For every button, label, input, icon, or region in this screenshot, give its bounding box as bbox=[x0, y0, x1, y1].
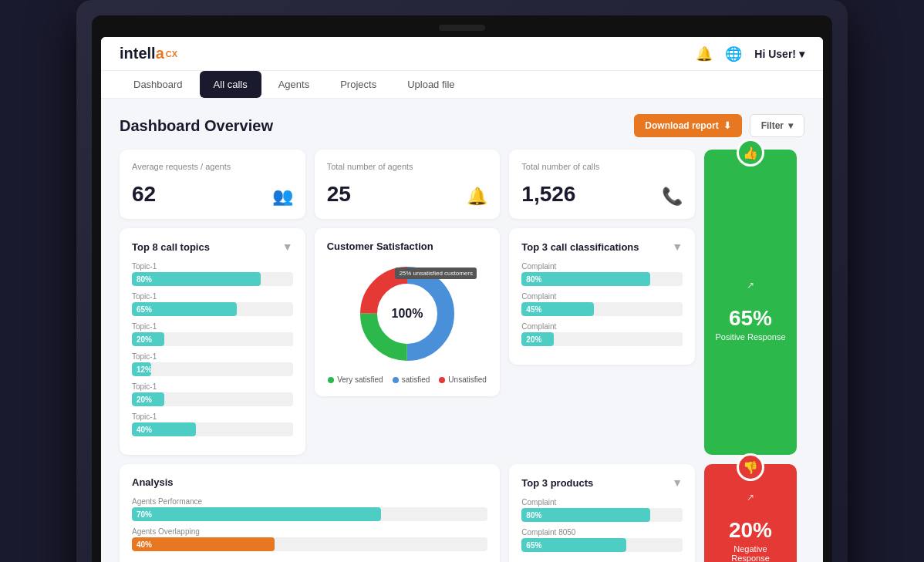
call-topics-card: Top 8 call topics ▼ Topic-1 80% Topic-1 … bbox=[120, 228, 305, 455]
list-item: Topic-1 20% bbox=[132, 382, 293, 406]
tab-dashboard[interactable]: Dashboard bbox=[120, 71, 197, 98]
phone-icon: 📞 bbox=[662, 187, 683, 207]
tab-all-calls[interactable]: All calls bbox=[200, 71, 261, 98]
negative-percent: 20% bbox=[729, 518, 772, 543]
analysis-card: Analysis Agents Performance 70% Agents O… bbox=[120, 464, 500, 562]
donut-tooltip: 25% unsatisfied customers bbox=[395, 268, 477, 279]
donut-chart: 100% 25% unsatisfied customers bbox=[353, 260, 461, 368]
filter-button[interactable]: Filter ▾ bbox=[750, 114, 804, 137]
agents-icon: 👥 bbox=[272, 187, 293, 207]
list-item: Agents Overlapping 40% bbox=[132, 527, 487, 551]
list-item: Topic-1 20% bbox=[132, 322, 293, 346]
tab-projects[interactable]: Projects bbox=[326, 71, 390, 98]
total-agents-card: Total number of agents 25 🔔 bbox=[315, 150, 501, 219]
globe-icon: 🌐 bbox=[725, 46, 742, 62]
positive-response-card: 👍 ↗ 65% Positive Response bbox=[704, 150, 797, 455]
call-classifications-card: Top 3 call classifications ▼ Complaint 8… bbox=[509, 228, 695, 365]
top-products-card: Top 3 products ▼ Complaint 80% Complaint… bbox=[509, 464, 695, 562]
tab-upload-file[interactable]: Upload file bbox=[393, 71, 468, 98]
filter-icon[interactable]: ▼ bbox=[282, 241, 293, 253]
list-item: Complaint 80% bbox=[521, 498, 683, 522]
topbar-right: 🔔 🌐 Hi User! ▾ bbox=[696, 45, 804, 62]
products-list: Complaint 80% Complaint 8050 65% bbox=[521, 498, 683, 552]
call-topics-list: Topic-1 80% Topic-1 65% Topic-1 20% bbox=[132, 262, 293, 436]
positive-percent: 65% bbox=[729, 306, 772, 331]
positive-label: Positive Response bbox=[715, 332, 785, 342]
list-item: Topic-1 12% bbox=[132, 352, 293, 376]
topbar: intella CX 🔔 🌐 Hi User! ▾ bbox=[101, 37, 823, 71]
legend-satisfied: satisfied bbox=[393, 375, 430, 384]
list-item: Complaint 8050 65% bbox=[521, 528, 683, 552]
avg-requests-card: Average requests / agents 62 👥 bbox=[120, 150, 305, 219]
main-content: Dashboard Overview Download report ⬇ Fil… bbox=[101, 99, 823, 562]
tab-agents[interactable]: Agents bbox=[265, 71, 323, 98]
donut-legend: Very satisfied satisfied Unsatisfied bbox=[327, 375, 488, 384]
total-calls-card: Total number of calls 1,526 📞 bbox=[509, 150, 695, 219]
satisfaction-title: Customer Satisfaction bbox=[327, 241, 488, 252]
thumbs-down-icon: 👎 bbox=[737, 453, 764, 481]
download-report-button[interactable]: Download report ⬇ bbox=[634, 114, 741, 137]
total-calls-value: 1,526 bbox=[521, 182, 575, 207]
page-title: Dashboard Overview bbox=[120, 117, 273, 135]
list-item: Topic-1 40% bbox=[132, 412, 293, 436]
analysis-title: Analysis bbox=[132, 476, 173, 488]
language-button[interactable]: 🌐 bbox=[725, 45, 742, 62]
top-products-title: Top 3 products bbox=[521, 477, 593, 489]
chevron-down-icon: ▾ bbox=[788, 120, 793, 131]
total-agents-value: 25 bbox=[327, 182, 351, 207]
header-actions: Download report ⬇ Filter ▾ bbox=[634, 114, 804, 137]
list-item: Topic-1 80% bbox=[132, 262, 293, 286]
analysis-list: Agents Performance 70% Agents Overlappin… bbox=[132, 497, 487, 551]
user-menu[interactable]: Hi User! ▾ bbox=[754, 48, 804, 60]
donut-center: 100% bbox=[392, 307, 423, 321]
agent-bell-icon: 🔔 bbox=[467, 187, 487, 207]
negative-label: Negative Response bbox=[715, 544, 786, 562]
camera-notch bbox=[439, 25, 485, 31]
filter-icon[interactable]: ▼ bbox=[672, 241, 683, 253]
classifications-list: Complaint 80% Complaint 45% Complaint 20… bbox=[521, 262, 683, 346]
nav-tabs: Dashboard All calls Agents Projects Uplo… bbox=[101, 71, 823, 99]
negative-response-card: 👎 ↗ 20% Negative Response bbox=[704, 464, 797, 562]
thumbs-up-icon: 👍 bbox=[737, 139, 764, 167]
legend-very-satisfied: Very satisfied bbox=[328, 375, 383, 384]
download-icon: ⬇ bbox=[723, 120, 731, 131]
list-item: Complaint 80% bbox=[521, 262, 683, 286]
bell-icon: 🔔 bbox=[696, 46, 713, 62]
list-item: Agents Performance 70% bbox=[132, 497, 487, 521]
legend-unsatisfied: Unsatisfied bbox=[439, 375, 486, 384]
list-item: Complaint 20% bbox=[521, 322, 683, 346]
call-topics-title: Top 8 call topics bbox=[132, 241, 210, 253]
logo: intella CX bbox=[120, 45, 177, 62]
filter-icon[interactable]: ▼ bbox=[672, 476, 683, 489]
avg-requests-value: 62 bbox=[132, 182, 156, 207]
notifications-button[interactable]: 🔔 bbox=[696, 45, 713, 62]
dashboard-header: Dashboard Overview Download report ⬇ Fil… bbox=[120, 114, 804, 137]
classifications-title: Top 3 call classifications bbox=[521, 241, 639, 253]
list-item: Complaint 45% bbox=[521, 292, 683, 316]
list-item: Topic-1 65% bbox=[132, 292, 293, 316]
customer-satisfaction-card: Customer Satisfaction bbox=[315, 228, 501, 396]
